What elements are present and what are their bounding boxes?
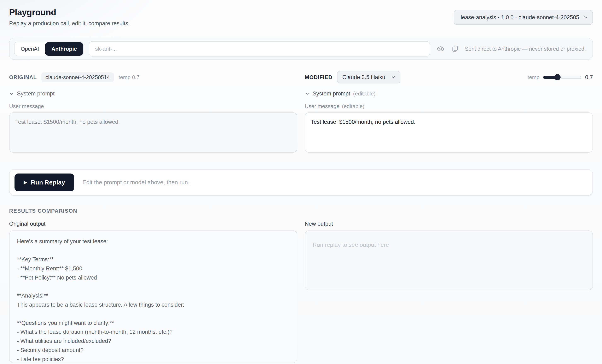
editor-columns: ORIGINAL claude-sonnet-4-20250514 temp 0… (9, 71, 593, 153)
page-subtitle: Replay a production call, edit it, compa… (9, 20, 130, 27)
original-model-badge: claude-sonnet-4-20250514 (42, 73, 114, 82)
original-column: ORIGINAL claude-sonnet-4-20250514 temp 0… (9, 71, 297, 153)
chevron-down-icon (9, 91, 14, 96)
title-block: Playground Replay a production call, edi… (9, 8, 130, 27)
run-bar: ▶ Run Replay Edit the prompt or model ab… (9, 169, 593, 196)
original-header: ORIGINAL claude-sonnet-4-20250514 temp 0… (9, 71, 297, 83)
new-output-placeholder: Run replay to see output here (312, 242, 585, 248)
run-replay-button[interactable]: ▶ Run Replay (14, 174, 74, 191)
temp-slider[interactable] (543, 74, 581, 81)
modified-user-message-label: User message (305, 103, 340, 110)
temp-slider-thumb[interactable] (554, 74, 560, 80)
call-selector-value: lease-analysis · 1.0.0 · claude-sonnet-4… (461, 14, 580, 21)
user-message-editable-tag: (editable) (342, 103, 364, 110)
modified-user-message-textarea[interactable]: Test lease: $1500/month, no pets allowed… (305, 113, 593, 153)
temp-value: 0.7 (585, 74, 593, 81)
results-columns: Original output Here's a summary of your… (9, 221, 593, 364)
modified-user-message-labelrow: User message (editable) (305, 103, 593, 110)
original-system-prompt-toggle[interactable]: System prompt (9, 91, 297, 97)
original-output-label: Original output (9, 221, 297, 227)
original-user-message-textarea[interactable]: Test lease: $1500/month, no pets allowed… (9, 113, 297, 153)
chevron-down-icon (583, 15, 588, 20)
original-user-message-label: User message (9, 103, 44, 110)
original-label: ORIGINAL (9, 74, 37, 81)
original-output-box: Here's a summary of your test lease: **K… (9, 230, 297, 363)
modified-column: MODIFIED Claude 3.5 Haiku temp 0.7 (305, 71, 593, 153)
modified-system-prompt-toggle[interactable]: System prompt (editable) (305, 91, 593, 97)
new-output-box: Run replay to see output here (305, 230, 593, 290)
original-output-column: Original output Here's a summary of your… (9, 221, 297, 364)
original-system-prompt-label: System prompt (17, 91, 55, 97)
modified-system-prompt-label: System prompt (312, 91, 350, 97)
topbar: Playground Replay a production call, edi… (9, 8, 593, 27)
model-select[interactable]: Claude 3.5 Haiku (337, 71, 400, 83)
run-replay-label: Run Replay (31, 179, 65, 186)
original-temp: temp 0.7 (118, 74, 140, 81)
run-hint: Edit the prompt or model above, then run… (82, 179, 190, 186)
copy-icon[interactable] (451, 45, 459, 52)
page-title: Playground (9, 8, 130, 17)
provider-anthropic-button[interactable]: Anthropic (45, 42, 83, 56)
play-icon: ▶ (24, 180, 27, 185)
api-key-note: Sent direct to Anthropic — never stored … (465, 46, 586, 52)
temp-label: temp (528, 74, 540, 81)
playground-page: Playground Replay a production call, edi… (0, 0, 602, 364)
system-prompt-editable-tag: (editable) (353, 91, 376, 97)
new-output-label: New output (305, 221, 593, 227)
call-selector[interactable]: lease-analysis · 1.0.0 · claude-sonnet-4… (454, 10, 593, 25)
modified-header: MODIFIED Claude 3.5 Haiku temp 0.7 (305, 71, 593, 83)
api-key-input[interactable] (89, 41, 430, 57)
modified-label: MODIFIED (305, 74, 333, 81)
provider-openai-button[interactable]: OpenAI (14, 42, 45, 56)
eye-icon[interactable] (437, 45, 445, 53)
original-user-message-labelrow: User message (9, 103, 297, 110)
temp-control: temp 0.7 (528, 74, 593, 81)
new-output-column: New output Run replay to see output here (305, 221, 593, 290)
model-select-value: Claude 3.5 Haiku (343, 74, 387, 81)
results-heading: RESULTS COMPARISON (9, 208, 593, 214)
provider-toggle: OpenAI Anthropic (14, 42, 83, 56)
chevron-down-icon (391, 75, 396, 80)
api-key-bar: OpenAI Anthropic Sent direct to Anthropi… (9, 38, 593, 60)
chevron-down-icon (305, 91, 310, 96)
